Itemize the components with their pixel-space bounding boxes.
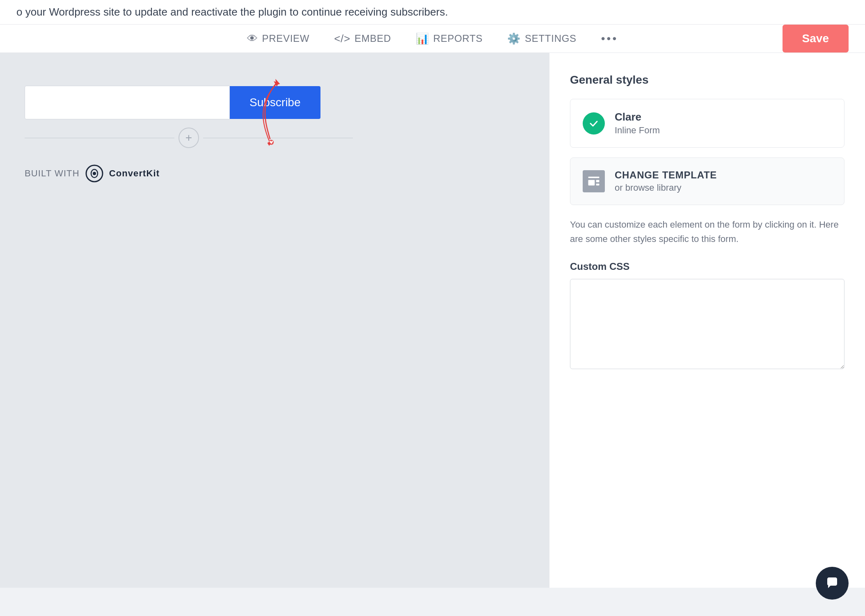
- main-layout: Subscribe + BUILT WITH ConvertKit: [0, 53, 865, 588]
- settings-icon: ⚙️: [507, 32, 521, 45]
- settings-button[interactable]: ⚙️ SETTINGS: [507, 32, 577, 45]
- reports-button[interactable]: 📊 REPORTS: [416, 32, 483, 45]
- custom-css-label: Custom CSS: [570, 261, 844, 272]
- add-block-line-left: [25, 138, 174, 138]
- change-template-label: CHANGE TEMPLATE: [615, 169, 717, 181]
- chat-icon: [825, 576, 840, 591]
- template-card-clare[interactable]: Clare Inline Form: [570, 99, 844, 148]
- svg-rect-8: [596, 184, 600, 186]
- toolbar: 👁 PREVIEW </> EMBED 📊 REPORTS ⚙️ SETTING…: [0, 25, 865, 53]
- convertkit-logo: [85, 164, 103, 183]
- custom-css-textarea[interactable]: [570, 279, 844, 369]
- form-preview: Subscribe + BUILT WITH ConvertKit: [0, 53, 549, 199]
- template-layout-icon: [583, 170, 605, 192]
- convertkit-text: ConvertKit: [109, 168, 160, 179]
- add-block-line-right: [203, 138, 353, 138]
- checkmark-icon: [588, 118, 600, 129]
- notification-text: o your Wordpress site to update and reac…: [16, 6, 448, 18]
- right-panel: General styles Clare Inline Form: [549, 53, 865, 588]
- change-template-info: CHANGE TEMPLATE or browse library: [615, 169, 717, 193]
- check-circle: [583, 112, 605, 135]
- preview-button[interactable]: 👁 PREVIEW: [247, 32, 309, 45]
- embed-button[interactable]: </> EMBED: [334, 32, 391, 45]
- plus-icon: +: [185, 131, 192, 144]
- form-row: Subscribe: [25, 86, 353, 119]
- reports-icon: 📊: [416, 32, 429, 45]
- notification-bar: o your Wordpress site to update and reac…: [0, 0, 865, 25]
- add-block-row: +: [25, 128, 353, 148]
- svg-point-1: [93, 172, 96, 175]
- browse-library-label: or browse library: [615, 183, 717, 193]
- template-info: Clare Inline Form: [615, 111, 660, 136]
- svg-rect-7: [596, 180, 600, 183]
- svg-rect-5: [588, 177, 600, 178]
- canvas-area: Subscribe + BUILT WITH ConvertKit: [0, 53, 549, 588]
- subscribe-button[interactable]: Subscribe: [230, 86, 320, 119]
- more-button[interactable]: •••: [601, 32, 618, 45]
- embed-icon: </>: [334, 32, 350, 45]
- preview-icon: 👁: [247, 32, 258, 45]
- built-with: BUILT WITH ConvertKit: [25, 164, 524, 183]
- built-with-text: BUILT WITH: [25, 168, 80, 179]
- hint-text: You can customize each element on the fo…: [570, 217, 844, 246]
- svg-rect-6: [588, 180, 595, 186]
- chat-bubble-button[interactable]: [816, 567, 849, 600]
- save-button[interactable]: Save: [783, 25, 849, 52]
- general-styles-title: General styles: [570, 73, 844, 87]
- template-type: Inline Form: [615, 125, 660, 136]
- change-template-card[interactable]: CHANGE TEMPLATE or browse library: [570, 157, 844, 205]
- template-name: Clare: [615, 111, 660, 123]
- email-input[interactable]: [25, 86, 230, 119]
- add-block-button[interactable]: +: [178, 128, 199, 148]
